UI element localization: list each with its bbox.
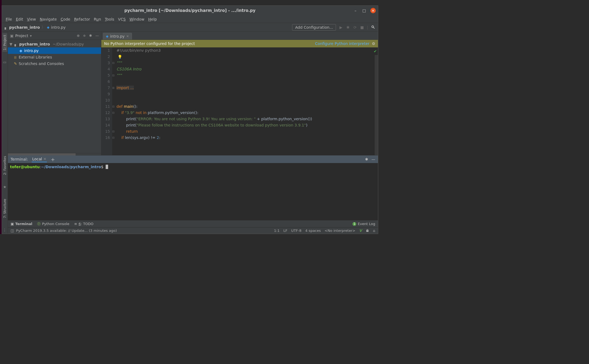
menu-bar: File Edit View Navigate Code Refactor Ru…	[2, 15, 378, 23]
terminal-title: Terminal:	[11, 157, 28, 161]
terminal-tool-button[interactable]: ▣Terminal	[11, 222, 32, 226]
project-view-icon: ▣	[10, 34, 14, 38]
menu-view[interactable]: View	[27, 17, 36, 21]
menu-edit[interactable]: Edit	[16, 17, 23, 21]
chevron-down-icon[interactable]: ▾	[30, 34, 32, 38]
bottom-tool-bar: ▣Terminal ⓟPython Console ≡6: TODO 1 Eve…	[8, 220, 378, 227]
banner-message: No Python interpreter configured for the…	[104, 41, 195, 46]
select-opened-icon[interactable]: ⊕	[77, 34, 80, 38]
terminal-body[interactable]: tofer@ubuntu:~/Downloads/pycharm_intro$	[8, 163, 378, 220]
tree-file-selected[interactable]: ◆ intro.py	[8, 47, 101, 54]
code-editor[interactable]: ✔ 💡 1234567910111213141516 ⊟ ⊟ ⊞ ⊟⊟ ⊟⊟ #…	[101, 47, 378, 155]
tree-extlib-label: External Libraries	[19, 55, 52, 59]
tree-scratch-label: Scratches and Consoles	[19, 61, 64, 66]
status-bar: ◫ PyCharm 2019.3.5 available: // Update.…	[8, 227, 378, 234]
configure-interpreter-link[interactable]: Configure Python interpreter	[315, 41, 370, 46]
pycharm-window: pycharm_intro [~/Downloads/pycharm_intro…	[2, 5, 378, 234]
ide-error-icon[interactable]: V	[359, 229, 362, 233]
menu-file[interactable]: File	[6, 17, 12, 21]
structure-icon: ⋮	[3, 228, 7, 232]
new-terminal-button[interactable]: +	[51, 157, 55, 162]
prompt-path: ~/Downloads/pycharm_intro	[41, 165, 101, 169]
favorites-tool-tab[interactable]: 2: Favorites	[2, 154, 7, 177]
status-update-message[interactable]: PyCharm 2019.3.5 available: // Update...…	[16, 229, 117, 233]
structure-tool-tab[interactable]: 7: Structure	[2, 197, 7, 220]
analysis-ok-icon: ✔	[374, 48, 377, 54]
python-file-icon: ◆	[19, 48, 23, 53]
menu-navigate[interactable]: Navigate	[40, 17, 57, 21]
hide-icon[interactable]: —	[95, 34, 99, 38]
breadcrumb-root[interactable]: pycharm_intro	[9, 25, 40, 30]
editor-tab[interactable]: ◆ intro.py ✕	[103, 33, 132, 40]
maximize-button[interactable]: □	[362, 8, 367, 13]
indent-info[interactable]: 4 spaces	[305, 229, 321, 233]
terminal-icon: ▣	[11, 222, 14, 226]
menu-window[interactable]: Window	[130, 17, 144, 21]
stop-icon[interactable]: ■	[360, 25, 364, 30]
tool-window-quick-access-icon[interactable]: ◫	[11, 229, 14, 233]
editor-scrollbar[interactable]	[375, 55, 378, 155]
tree-scratches[interactable]: ✎ Scratches and Consoles	[8, 60, 101, 67]
caret-position[interactable]: 1:1	[274, 229, 280, 233]
project-tree[interactable]: ▼▖ pycharm_intro ~/Downloads/py ◆ intro.…	[8, 40, 101, 153]
star-icon: ★	[3, 185, 7, 189]
run-icon[interactable]: ▶	[339, 25, 343, 30]
settings-icon[interactable]: ✱	[89, 34, 92, 38]
close-terminal-tab-icon[interactable]: ✕	[43, 157, 47, 161]
menu-vcs[interactable]: VCS	[118, 17, 126, 21]
tree-root-label: pycharm_intro	[19, 42, 50, 46]
close-button[interactable]: ✕	[370, 8, 376, 13]
scratch-icon: ✎	[13, 61, 18, 66]
nav-toolbar: ▖ pycharm_intro 〉 ◆ intro.py Add Configu…	[2, 23, 378, 32]
lock-icon[interactable]: 🔒︎	[366, 229, 369, 233]
add-configuration-button[interactable]: Add Configuration...	[292, 24, 336, 31]
line-separator[interactable]: LF	[283, 229, 287, 233]
window-title: pycharm_intro [~/Downloads/pycharm_intro…	[124, 8, 255, 13]
terminal-cursor	[106, 165, 108, 169]
tree-external-libraries[interactable]: ⫼ External Libraries	[8, 54, 101, 60]
terminal-hide-icon[interactable]: —	[371, 157, 375, 161]
line-gutter[interactable]: 1234567910111213141516	[101, 47, 112, 155]
gear-icon[interactable]: ⚙	[372, 41, 375, 46]
search-everywhere-icon[interactable]: 🔍︎	[371, 25, 375, 30]
fold-gutter[interactable]: ⊟ ⊟ ⊞ ⊟⊟ ⊟⊟	[112, 47, 116, 155]
coverage-icon[interactable]: ⟳	[353, 25, 357, 30]
left-tool-strip: 1: Project ▭ 2: Favorites ★ 7: Structure…	[2, 32, 8, 234]
menu-tools[interactable]: Tools	[105, 17, 114, 21]
prompt-dollar: $	[101, 165, 103, 169]
close-tab-icon[interactable]: ✕	[126, 34, 129, 38]
breadcrumb-file[interactable]: intro.py	[51, 25, 66, 30]
menu-code[interactable]: Code	[61, 17, 70, 21]
terminal-settings-icon[interactable]: ✱	[365, 157, 368, 161]
intention-bulb-icon[interactable]: 💡	[118, 54, 122, 60]
interpreter-info[interactable]: <No interpreter>	[325, 229, 355, 233]
interpreter-banner: No Python interpreter configured for the…	[101, 40, 378, 47]
terminal-panel: Terminal: Local ✕ + ✱ — tofer@ubuntu:~/D…	[8, 155, 378, 220]
notification-badge: 1	[352, 222, 356, 226]
tree-root[interactable]: ▼▖ pycharm_intro ~/Downloads/py	[8, 41, 101, 47]
title-bar[interactable]: pycharm_intro [~/Downloads/pycharm_intro…	[2, 6, 378, 15]
todo-tool-button[interactable]: ≡6: TODO	[74, 222, 93, 226]
python-console-tool-button[interactable]: ⓟPython Console	[37, 222, 69, 226]
menu-help[interactable]: Help	[148, 17, 157, 21]
python-icon: ⓟ	[37, 222, 41, 226]
editor-area: ◆ intro.py ✕ No Python interpreter confi…	[101, 32, 378, 155]
debug-icon[interactable]: ✱	[346, 25, 350, 30]
tree-root-path: ~/Downloads/py	[53, 42, 84, 46]
project-tool-tab[interactable]: 1: Project	[2, 33, 7, 52]
menu-run[interactable]: Run	[94, 17, 101, 21]
file-encoding[interactable]: UTF-8	[291, 229, 302, 233]
minimize-button[interactable]: –	[353, 8, 358, 13]
bookmark-icon[interactable]: ▭	[3, 60, 6, 64]
memory-icon[interactable]: ⌂	[373, 229, 375, 233]
menu-refactor[interactable]: Refactor	[74, 17, 90, 21]
terminal-tab-local[interactable]: Local ✕	[32, 156, 47, 162]
event-log-button[interactable]: 1 Event Log	[352, 222, 375, 226]
expand-all-icon[interactable]: ≑	[83, 34, 86, 38]
project-view-label[interactable]: Project	[15, 34, 28, 38]
python-file-icon: ◆	[47, 25, 49, 29]
tree-file-label: intro.py	[24, 48, 39, 53]
project-hscroll[interactable]	[8, 153, 101, 155]
code-text[interactable]: #!/usr/bin/env python3 """ CS106A Intro …	[116, 47, 378, 155]
folder-icon: ▖	[5, 25, 8, 30]
